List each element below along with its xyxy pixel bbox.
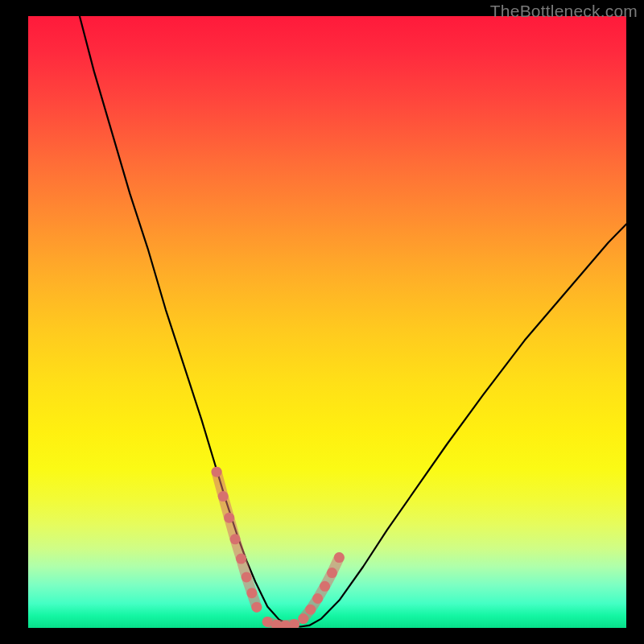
curve-layer <box>28 16 626 628</box>
svg-point-15 <box>320 581 330 592</box>
svg-point-5 <box>242 572 252 582</box>
svg-point-7 <box>251 602 262 613</box>
svg-point-4 <box>236 554 246 564</box>
svg-point-2 <box>224 513 234 523</box>
svg-point-16 <box>327 568 337 578</box>
plot-area <box>28 16 626 628</box>
chart-frame: TheBottleneck.com <box>0 0 644 644</box>
svg-point-17 <box>334 552 345 563</box>
svg-point-3 <box>230 534 241 544</box>
svg-point-1 <box>218 491 229 502</box>
svg-point-8 <box>262 617 273 627</box>
svg-point-14 <box>312 593 323 604</box>
svg-point-6 <box>246 588 257 598</box>
svg-point-0 <box>212 467 222 477</box>
svg-point-12 <box>298 613 308 624</box>
svg-point-13 <box>305 605 316 615</box>
